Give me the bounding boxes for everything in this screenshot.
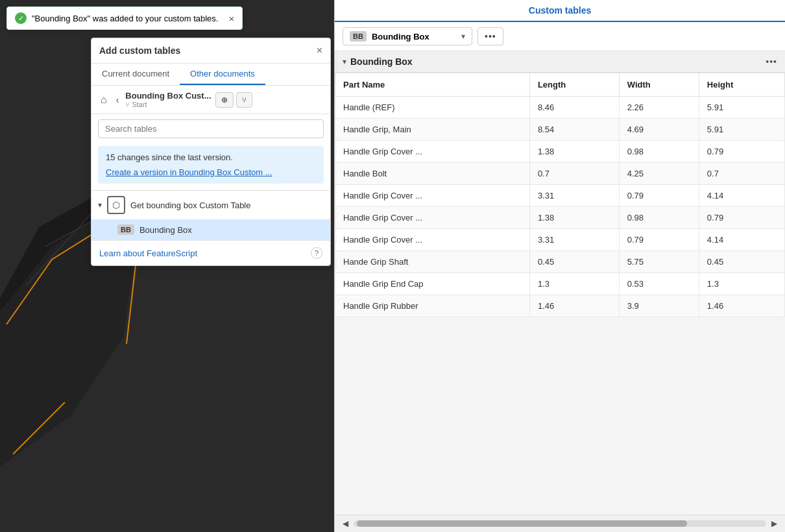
panel-close-button[interactable]: × bbox=[317, 45, 322, 56]
section-menu-button[interactable]: ••• bbox=[766, 56, 777, 67]
table-row: Handle Bolt0.74.250.7 bbox=[335, 163, 785, 185]
custom-tables-title: Custom tables bbox=[529, 5, 591, 16]
nav-branch-button[interactable]: ⑂ bbox=[236, 92, 252, 108]
horizontal-scrollbar: ◀ ▶ bbox=[335, 514, 785, 532]
table-header: Part Name Length Width Height bbox=[335, 73, 785, 97]
col-part-name: Part Name bbox=[335, 73, 530, 97]
table-row: Handle Grip Rubber1.463.91.46 bbox=[335, 295, 785, 317]
help-button[interactable]: ? bbox=[311, 247, 322, 259]
search-area bbox=[91, 114, 330, 143]
panel-header: Add custom tables × bbox=[91, 38, 330, 64]
section-title: Bounding Box bbox=[350, 56, 762, 67]
nav-title-group: Bounding Box Cust... ⑂ Start bbox=[125, 91, 211, 108]
table-item-label: Bounding Box bbox=[139, 225, 192, 235]
header-row: Part Name Length Width Height bbox=[335, 73, 785, 97]
table-body: Handle (REF)8.462.265.91Handle Grip, Mai… bbox=[335, 97, 785, 317]
table-item-row[interactable]: BB Bounding Box bbox=[91, 219, 330, 240]
group-chevron-icon: ▾ bbox=[98, 200, 102, 210]
toast-message: "Bounding Box" was added to your custom … bbox=[32, 14, 218, 23]
create-version-link[interactable]: Create a version in Bounding Box Custom … bbox=[106, 167, 316, 177]
table-row: Handle Grip Cover ...3.310.794.14 bbox=[335, 185, 785, 207]
table-row: Handle Grip Cover ...1.380.980.79 bbox=[335, 141, 785, 163]
search-input[interactable] bbox=[98, 119, 324, 138]
data-table: Part Name Length Width Height Handle (RE… bbox=[335, 73, 785, 317]
panel-footer: Learn about FeatureScript ? bbox=[91, 240, 330, 265]
nav-back-button[interactable]: ‹ bbox=[114, 92, 122, 108]
dropdown-bb-badge: BB bbox=[350, 31, 367, 42]
nav-actions: ⊕ ⑂ bbox=[215, 92, 252, 108]
col-height: Height bbox=[699, 73, 784, 97]
panel-title: Add custom tables bbox=[99, 45, 180, 56]
table-section-header: ▾ Bounding Box ••• bbox=[335, 51, 785, 73]
nav-subtitle: ⑂ Start bbox=[125, 101, 211, 108]
table-row: Hande Grip Shaft0.455.750.45 bbox=[335, 251, 785, 273]
nav-home-button[interactable]: ⌂ bbox=[98, 91, 110, 108]
table-row: Handle Grip Cover ...3.310.794.14 bbox=[335, 229, 785, 251]
custom-tables-header: Custom tables bbox=[335, 0, 785, 22]
panel-tabs: Current document Other documents bbox=[91, 64, 330, 86]
table-row: Handle (REF)8.462.265.91 bbox=[335, 97, 785, 119]
right-panel: Custom tables BB Bounding Box ▾ ••• ▾ Bo… bbox=[334, 0, 785, 532]
table-selector-row: BB Bounding Box ▾ ••• bbox=[335, 22, 785, 51]
scroll-track[interactable] bbox=[354, 520, 766, 527]
changes-text: 15 changes since the last version. bbox=[106, 152, 233, 162]
table-row: Handle Grip End Cap1.30.531.3 bbox=[335, 273, 785, 295]
table-group-row[interactable]: ▾ ⬡ Get bounding box Custom Table bbox=[91, 191, 330, 219]
scroll-left-button[interactable]: ◀ bbox=[340, 518, 351, 529]
add-custom-tables-panel: Add custom tables × Current document Oth… bbox=[91, 38, 331, 266]
table-menu-button[interactable]: ••• bbox=[477, 27, 503, 45]
scroll-right-button[interactable]: ▶ bbox=[769, 518, 780, 529]
toast-close-button[interactable]: × bbox=[228, 14, 234, 23]
scroll-thumb bbox=[357, 520, 687, 527]
tab-other-documents[interactable]: Other documents bbox=[180, 64, 265, 85]
table-row: Handle Grip, Main8.544.695.91 bbox=[335, 119, 785, 141]
panel-nav: ⌂ ‹ Bounding Box Cust... ⑂ Start ⊕ ⑂ bbox=[91, 86, 330, 114]
cube-icon: ⬡ bbox=[112, 200, 120, 210]
data-table-container: ▾ Bounding Box ••• Part Name Length Widt… bbox=[335, 51, 785, 514]
table-dropdown[interactable]: BB Bounding Box ▾ bbox=[343, 27, 472, 45]
group-icon: ⬡ bbox=[107, 196, 125, 214]
changes-notification: 15 changes since the last version. Creat… bbox=[98, 146, 324, 184]
table-group: ▾ ⬡ Get bounding box Custom Table BB Bou… bbox=[91, 190, 330, 240]
section-chevron-icon[interactable]: ▾ bbox=[343, 57, 346, 66]
featurescript-link[interactable]: Learn about FeatureScript bbox=[99, 248, 197, 258]
cad-viewport: Add custom tables × Current document Oth… bbox=[0, 0, 334, 532]
dropdown-chevron-icon: ▾ bbox=[461, 32, 465, 41]
toast-check-icon: ✓ bbox=[15, 12, 27, 24]
tab-current-document[interactable]: Current document bbox=[91, 64, 180, 85]
col-length: Length bbox=[529, 73, 619, 97]
main-layout: ✓ "Bounding Box" was added to your custo… bbox=[0, 0, 785, 532]
bb-badge: BB bbox=[117, 224, 134, 235]
dropdown-label: Bounding Box bbox=[372, 32, 456, 42]
col-width: Width bbox=[619, 73, 699, 97]
table-row: Handle Grip Cover ...1.380.980.79 bbox=[335, 207, 785, 229]
nav-title: Bounding Box Cust... bbox=[125, 91, 211, 101]
table-list: ▾ ⬡ Get bounding box Custom Table BB Bou… bbox=[91, 190, 330, 240]
toast-notification: ✓ "Bounding Box" was added to your custo… bbox=[6, 6, 243, 30]
group-label: Get bounding box Custom Table bbox=[130, 200, 251, 210]
nav-add-button[interactable]: ⊕ bbox=[215, 92, 234, 108]
